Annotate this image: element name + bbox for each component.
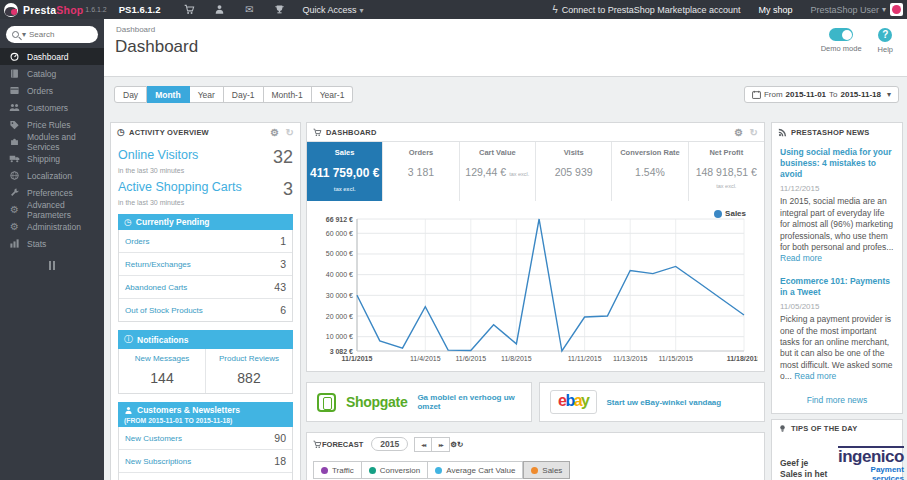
kpi-sales[interactable]: Sales411 759,00 € tax excl. (307, 142, 383, 201)
activity-panel-header: ◷ ACTIVITY OVERVIEW ⚙ ↻ (111, 123, 300, 141)
read-more-link[interactable]: Read more (794, 371, 836, 381)
breadcrumb[interactable]: Dashboard (104, 19, 907, 34)
collapse-menu-icon[interactable] (0, 261, 104, 270)
find-more-news-link[interactable]: Find more news (780, 395, 894, 405)
legend-average-cart-value-button[interactable]: Average Cart Value (428, 461, 523, 479)
range-year-button[interactable]: Year (190, 86, 224, 103)
user-menu-label: PrestaShop User (810, 5, 879, 15)
range-day-1-button[interactable]: Day-1 (224, 86, 264, 103)
sidebar-item-customers[interactable]: Customers (0, 99, 104, 116)
trophy-icon[interactable] (265, 4, 295, 15)
product-reviews-cell: Product Reviews882 (205, 349, 292, 393)
legend-conversion-button[interactable]: Conversion (362, 461, 428, 479)
orders-link[interactable]: Orders (125, 237, 149, 246)
envelope-icon[interactable]: ✉ (235, 4, 265, 15)
user-menu[interactable]: PrestaShop User▾ (810, 3, 907, 16)
gear-icon[interactable]: ⚙ (734, 127, 743, 138)
svg-text:11/18/2015: 11/18/2015 (727, 355, 758, 362)
active-carts-link[interactable]: Active Shopping Carts (118, 180, 242, 194)
news-panel-header: PRESTASHOP NEWS (772, 123, 902, 141)
help-control: ? Help (878, 28, 893, 54)
ebay-banner[interactable]: ebay Start uw eBay-winkel vandaag (539, 382, 765, 422)
article-excerpt: In 2015, social media are an integral pa… (780, 196, 894, 265)
sidebar-item-administration[interactable]: ⚙Administration (0, 218, 104, 235)
legend-traffic-button[interactable]: Traffic (313, 461, 362, 479)
kpi-orders[interactable]: Orders3 181 (383, 142, 459, 201)
article-date: 11/12/2015 (780, 184, 894, 193)
previous-year-button[interactable]: ◂◂ (414, 437, 432, 452)
book-icon (9, 68, 20, 79)
out-of-stock-link[interactable]: Out of Stock Products (125, 306, 203, 315)
range-day-button[interactable]: Day (114, 86, 147, 103)
product-reviews-link[interactable]: Product Reviews (208, 354, 290, 363)
to-label: To (829, 90, 837, 99)
svg-text:11/1/2015: 11/1/2015 (342, 355, 373, 362)
notifications-header: ⓘNotifications (118, 330, 293, 349)
date-range-picker[interactable]: From 2015-11-01 To 2015-11-18 ▾ (744, 86, 899, 103)
chevron-down-icon: ▾ (22, 30, 26, 39)
sidebar-item-preferences[interactable]: Preferences (0, 184, 104, 201)
new-messages-link[interactable]: New Messages (121, 354, 203, 363)
sidebar-item-catalog[interactable]: Catalog (0, 65, 104, 82)
forecast-panel: FORECAST 2015 ◂◂ ▸▸ ⚙ ↻ Traffic Conversi… (306, 432, 765, 480)
refresh-icon[interactable]: ↻ (457, 440, 463, 449)
range-month-button[interactable]: Month (147, 86, 190, 103)
refresh-icon[interactable]: ↻ (285, 127, 294, 138)
search-input[interactable] (29, 30, 89, 39)
returns-link[interactable]: Return/Exchanges (125, 260, 191, 269)
sidebar-item-localization[interactable]: Localization (0, 167, 104, 184)
kpi-visits[interactable]: Visits205 939 (536, 142, 612, 201)
kpi-net-profit[interactable]: Net Profit148 918,51 € tax excl. (689, 142, 764, 201)
range-year-1-button[interactable]: Year-1 (312, 86, 354, 103)
sidebar-item-dashboard[interactable]: Dashboard (0, 48, 104, 65)
cart-icon[interactable] (175, 4, 205, 15)
my-shop-link[interactable]: My shop (758, 5, 792, 15)
chevron-down-icon: ▾ (360, 6, 364, 15)
shopgate-link[interactable]: Ga mobiel en verhoog uw omzet (417, 393, 521, 411)
search-icon (12, 31, 19, 38)
chart-legend[interactable]: Sales (714, 209, 746, 218)
kpi-tabs: Sales411 759,00 € tax excl. Orders3 181 … (307, 141, 764, 201)
article-title-link[interactable]: Ecommerce 101: Payments in a Tweet (780, 276, 894, 298)
abandoned-carts-value: 43 (274, 281, 286, 293)
legend-sales-button[interactable]: Sales (523, 461, 570, 479)
sidebar-item-label: Shipping (27, 154, 60, 164)
read-more-link[interactable]: Read more (780, 253, 822, 263)
marketplace-link[interactable]: ϟConnect to PrestaShop Marketplace accou… (553, 4, 741, 15)
prestashop-logo[interactable] (4, 3, 18, 17)
currently-pending-list: Orders1 Return/Exchanges3 Abandoned Cart… (118, 230, 293, 322)
sidebar-item-orders[interactable]: Orders (0, 82, 104, 99)
kpi-conversion-rate[interactable]: Conversion Rate1.54% (612, 142, 688, 201)
quick-access-menu[interactable]: Quick Access▾ (303, 5, 364, 15)
next-year-button[interactable]: ▸▸ (432, 437, 450, 452)
news-panel-title: PRESTASHOP NEWS (791, 128, 870, 137)
article-title-link[interactable]: Using social media for your business: 4 … (780, 147, 894, 180)
online-visitors-link[interactable]: Online Visitors (118, 148, 198, 162)
sidebar-search[interactable]: ▾ (6, 26, 98, 43)
online-visitors-value: 32 (273, 148, 293, 166)
list-item: Out of Stock Products6 (119, 299, 292, 321)
ebay-link[interactable]: Start uw eBay-winkel vandaag (607, 398, 722, 407)
list-item: Orders1 (119, 230, 292, 253)
sidebar-item-price-rules[interactable]: Price Rules (0, 116, 104, 133)
person-icon[interactable] (205, 4, 235, 15)
new-subscriptions-link[interactable]: New Subscriptions (125, 457, 191, 466)
svg-text:3 082 €: 3 082 € (330, 348, 353, 355)
refresh-icon[interactable]: ↻ (749, 127, 758, 138)
gear-icon[interactable]: ⚙ (270, 127, 279, 138)
help-icon[interactable]: ? (878, 28, 892, 42)
sidebar-item-shipping[interactable]: Shipping (0, 150, 104, 167)
range-month-1-button[interactable]: Month-1 (264, 86, 312, 103)
rss-icon (778, 128, 787, 137)
sidebar-item-modules[interactable]: Modules and Services (0, 133, 104, 150)
kpi-cart-value[interactable]: Cart Value129,44 € tax excl. (460, 142, 536, 201)
new-customers-link[interactable]: New Customers (125, 434, 182, 443)
sidebar-item-stats[interactable]: Stats (0, 235, 104, 252)
shopgate-banner[interactable]: Shopgate Ga mobiel en verhoog uw omzet (306, 382, 532, 422)
active-carts-metric: Active Shopping Carts 3 (118, 180, 293, 198)
abandoned-carts-link[interactable]: Abandoned Carts (125, 283, 187, 292)
demo-mode-toggle[interactable] (829, 28, 853, 41)
quick-access-label: Quick Access (303, 5, 357, 15)
sidebar-item-advanced-parameters[interactable]: ⚙Advanced Parameters (0, 201, 104, 218)
gear-icon[interactable]: ⚙ (450, 440, 457, 449)
